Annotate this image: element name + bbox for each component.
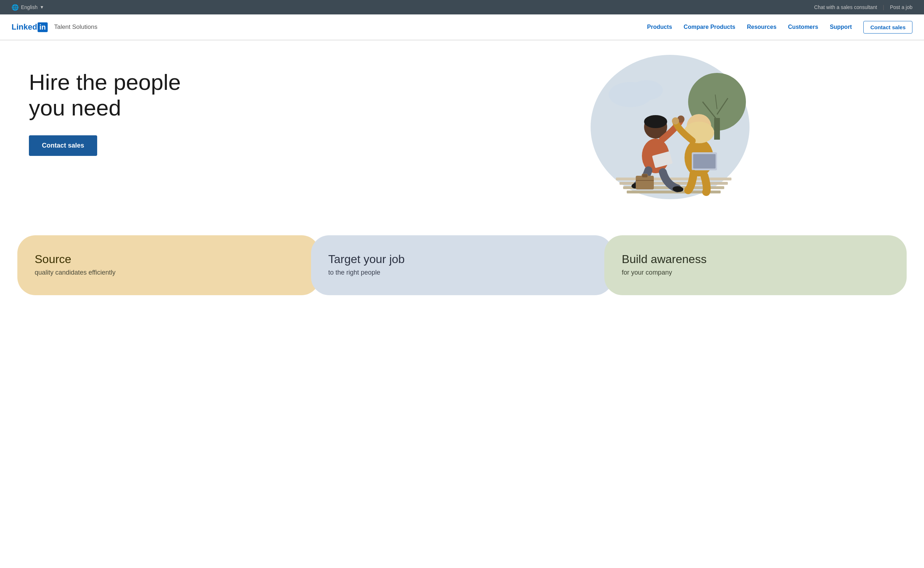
top-bar-right: Chat with a sales consultant | Post a jo… [814,5,912,10]
svg-point-14 [644,115,667,128]
brand-subtitle: Talent Solutions [54,23,97,31]
language-label: English [21,5,38,10]
feature-card-awareness[interactable]: Build awareness for your company [604,235,907,295]
nav-contact-sales-button[interactable]: Contact sales [863,21,912,33]
logo-linked: Linked [12,23,37,32]
language-selector[interactable]: 🌐 English ▼ [12,4,44,11]
nav-customers[interactable]: Customers [788,24,818,30]
nav-products[interactable]: Products [647,24,672,30]
svg-point-25 [672,117,679,124]
nav-compare-products[interactable]: Compare Products [684,24,735,30]
hero-title: Hire the people you need [29,69,416,121]
hero-section: Hire the people you need Contact sales [0,41,924,228]
globe-icon: 🌐 [12,4,19,11]
divider: | [883,5,884,10]
feature-target-subtitle: to the right people [328,269,596,276]
svg-point-2 [630,80,663,100]
hero-illustration [416,41,924,228]
logo-in-box: in [38,23,48,32]
svg-rect-8 [616,178,732,180]
svg-rect-27 [693,154,716,169]
feature-source-subtitle: quality candidates efficiently [35,269,302,276]
feature-target-title: Target your job [328,252,596,266]
feature-cards-section: Source quality candidates efficiently Ta… [0,235,924,295]
logo-area: Linked in Talent Solutions [12,23,97,32]
hero-contact-sales-button[interactable]: Contact sales [29,135,97,156]
feature-awareness-subtitle: for your company [622,269,889,276]
main-nav: Linked in Talent Solutions Products Comp… [0,14,924,41]
chat-consultant-link[interactable]: Chat with a sales consultant [814,5,877,10]
svg-rect-19 [642,174,648,178]
nav-resources[interactable]: Resources [747,24,777,30]
post-job-link[interactable]: Post a job [890,5,912,10]
feature-card-source[interactable]: Source quality candidates efficiently [17,235,320,295]
feature-card-target[interactable]: Target your job to the right people [311,235,613,295]
feature-awareness-title: Build awareness [622,252,889,266]
hero-content: Hire the people you need Contact sales [0,41,416,178]
hero-svg-illustration [565,48,775,221]
feature-source-title: Source [35,252,302,266]
svg-rect-4 [714,118,720,140]
nav-support[interactable]: Support [830,24,852,30]
linkedin-logo-link[interactable]: Linked in [12,23,48,32]
top-bar: 🌐 English ▼ Chat with a sales consultant… [0,0,924,14]
svg-rect-18 [636,176,654,189]
nav-links: Products Compare Products Resources Cust… [647,21,912,33]
chevron-down-icon: ▼ [40,5,44,10]
